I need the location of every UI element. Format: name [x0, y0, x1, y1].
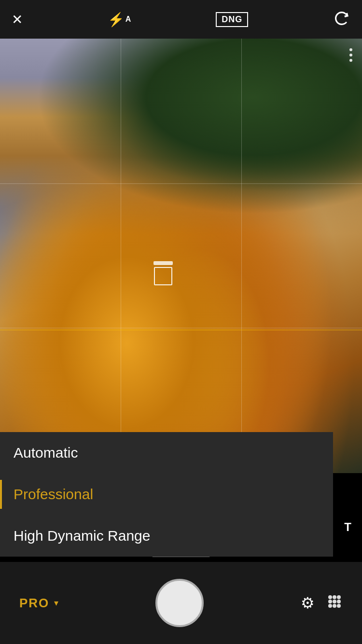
- svg-point-0: [328, 595, 332, 599]
- focus-indicator: [153, 261, 173, 265]
- svg-point-3: [328, 600, 332, 603]
- close-button[interactable]: ✕: [12, 12, 23, 28]
- focus-square: [154, 267, 172, 285]
- grid-overlay: [0, 39, 362, 473]
- bottom-bar: PRO ▾ ⚙: [0, 562, 362, 644]
- dot-2: [349, 54, 352, 56]
- settings-icon[interactable]: ⚙: [301, 594, 315, 612]
- menu-item-professional[interactable]: Professional: [0, 474, 333, 515]
- flash-auto-button[interactable]: ⚡ A: [108, 12, 131, 28]
- flash-bolt-icon: ⚡: [108, 12, 125, 28]
- svg-point-4: [333, 600, 336, 603]
- focus-box: [149, 261, 178, 285]
- grid-h1: [0, 183, 362, 184]
- svg-point-8: [337, 604, 341, 608]
- viewfinder[interactable]: [0, 39, 362, 473]
- menu-item-hdr[interactable]: High Dynamic Range: [0, 515, 333, 557]
- dot-3: [349, 59, 352, 62]
- camera-preview: [0, 39, 362, 473]
- pro-label: PRO: [19, 596, 49, 611]
- pro-chevron-icon: ▾: [54, 598, 58, 608]
- svg-point-6: [328, 604, 332, 608]
- mode-dropdown-menu: Automatic Professional High Dynamic Rang…: [0, 432, 333, 557]
- grid-v1: [121, 39, 121, 473]
- grid-h2: [0, 328, 362, 328]
- right-icons: ⚙: [301, 593, 343, 613]
- menu-item-automatic[interactable]: Automatic: [0, 432, 333, 474]
- horizon-line: [0, 330, 362, 330]
- more-options-button[interactable]: [349, 48, 352, 62]
- svg-point-5: [337, 600, 341, 603]
- grid-v2: [241, 39, 242, 473]
- grid-pattern-icon[interactable]: [326, 593, 343, 613]
- t-indicator: T: [344, 520, 351, 534]
- svg-point-7: [333, 604, 336, 608]
- top-bar: ✕ ⚡ A DNG: [0, 0, 362, 39]
- dng-badge[interactable]: DNG: [216, 12, 248, 27]
- svg-point-1: [333, 595, 336, 599]
- svg-point-2: [337, 595, 341, 599]
- dot-1: [349, 48, 352, 51]
- rotate-button[interactable]: [333, 10, 350, 29]
- pro-mode-button[interactable]: PRO ▾: [19, 596, 58, 611]
- flash-auto-label: A: [125, 15, 131, 24]
- shutter-button[interactable]: [155, 579, 204, 627]
